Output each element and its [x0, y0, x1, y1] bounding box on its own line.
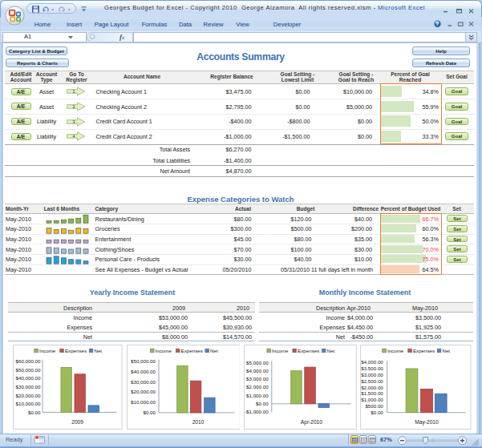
svg-text:$40,000.00: $40,000.00: [131, 369, 156, 374]
svg-text:$3,000.00: $3,000.00: [246, 376, 269, 381]
svg-text:$0.00: $0.00: [28, 410, 41, 415]
svg-text:$30,000.00: $30,000.00: [16, 384, 42, 389]
svg-text:$2,500.00: $2,500.00: [361, 378, 383, 384]
svg-text:$1,500.00: $1,500.00: [361, 390, 383, 396]
svg-text:$60,000.00: $60,000.00: [16, 358, 42, 364]
svg-text:-$1,000.00: -$1,000.00: [245, 409, 269, 414]
svg-text:Net: Net: [327, 348, 335, 353]
svg-text:$30,000.00: $30,000.00: [131, 379, 156, 385]
svg-text:4: 4: [73, 134, 75, 139]
svg-text:$20,000.00: $20,000.00: [131, 389, 156, 394]
svg-text:$0.00: $0.00: [143, 410, 156, 415]
svg-text:Income: Income: [272, 348, 289, 353]
svg-text:2010: 2010: [192, 419, 204, 425]
svg-text:2: 2: [73, 104, 75, 109]
svg-text:3: 3: [73, 119, 75, 124]
svg-text:$4,000.00: $4,000.00: [246, 368, 269, 373]
svg-text:Expenses: Expenses: [65, 348, 87, 353]
svg-text:Income: Income: [155, 348, 172, 353]
svg-text:$10,000.00: $10,000.00: [131, 399, 156, 405]
svg-text:Income: Income: [387, 348, 404, 353]
svg-text:$40,000.00: $40,000.00: [16, 375, 42, 381]
svg-text:$2,000.00: $2,000.00: [246, 384, 269, 389]
svg-text:?: ?: [436, 21, 439, 26]
svg-text:$1,000.00: $1,000.00: [246, 393, 269, 398]
svg-text:$3,000.00: $3,000.00: [361, 372, 383, 377]
svg-text:Net: Net: [442, 348, 450, 353]
svg-text:$2,000.00: $2,000.00: [361, 385, 383, 390]
svg-text:Net: Net: [210, 348, 218, 353]
svg-text:Net: Net: [94, 348, 102, 353]
svg-text:$10,000.00: $10,000.00: [16, 401, 42, 406]
svg-text:$20,000.00: $20,000.00: [16, 393, 42, 398]
svg-text:May-2010: May-2010: [415, 419, 439, 426]
svg-text:$5,000.00: $5,000.00: [246, 360, 269, 365]
svg-text:Expenses: Expenses: [413, 348, 435, 353]
svg-text:2009: 2009: [71, 419, 83, 425]
svg-text:$500.00: $500.00: [365, 403, 383, 409]
svg-text:Apr-2010: Apr-2010: [301, 419, 322, 426]
svg-text:Expenses: Expenses: [298, 348, 319, 353]
svg-text:$3,500.00: $3,500.00: [361, 365, 383, 371]
svg-text:Income: Income: [39, 348, 56, 353]
svg-text:1: 1: [73, 89, 75, 94]
svg-text:$1,000.00: $1,000.00: [361, 397, 383, 402]
svg-text:Expenses: Expenses: [180, 348, 202, 353]
svg-text:$4,000.00: $4,000.00: [361, 359, 383, 365]
svg-text:$0.00: $0.00: [371, 410, 383, 415]
svg-text:$50,000.00: $50,000.00: [131, 358, 156, 364]
svg-text:$0.00: $0.00: [256, 401, 269, 406]
svg-text:$50,000.00: $50,000.00: [16, 367, 42, 373]
